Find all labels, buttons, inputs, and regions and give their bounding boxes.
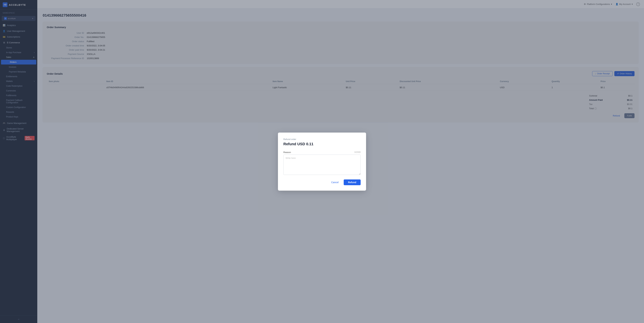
modal-title: Refund USD 0.11 (283, 142, 361, 146)
modal-actions: Cancel Refund (283, 179, 361, 185)
cancel-button[interactable]: Cancel (328, 179, 342, 185)
modal-overlay: Refund order Refund USD 0.11 Reason 0/20… (0, 0, 644, 323)
char-count: 0/2000 (354, 151, 361, 153)
modal-label-row: Reason 0/2000 (283, 151, 361, 154)
reason-label: Reason (283, 151, 291, 154)
modal-header: Refund order (283, 138, 361, 140)
refund-submit-button[interactable]: Refund (344, 179, 361, 185)
reason-textarea[interactable] (283, 155, 361, 175)
refund-modal: Refund order Refund USD 0.11 Reason 0/20… (278, 133, 366, 191)
